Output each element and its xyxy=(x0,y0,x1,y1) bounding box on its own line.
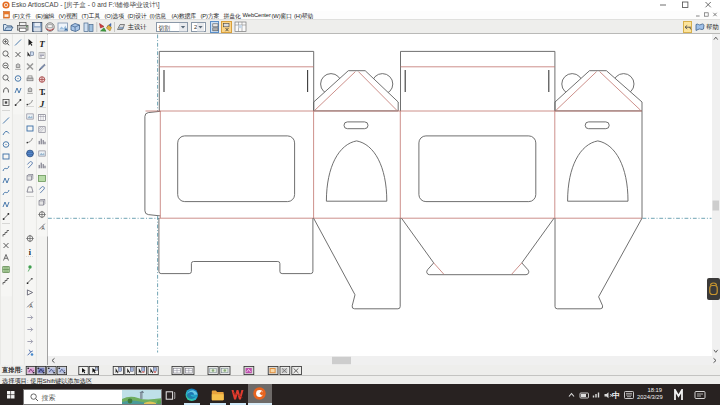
svg-text:T: T xyxy=(39,38,45,48)
svg-text:直排用:: 直排用: xyxy=(1,366,23,374)
svg-text:T: T xyxy=(39,86,45,96)
